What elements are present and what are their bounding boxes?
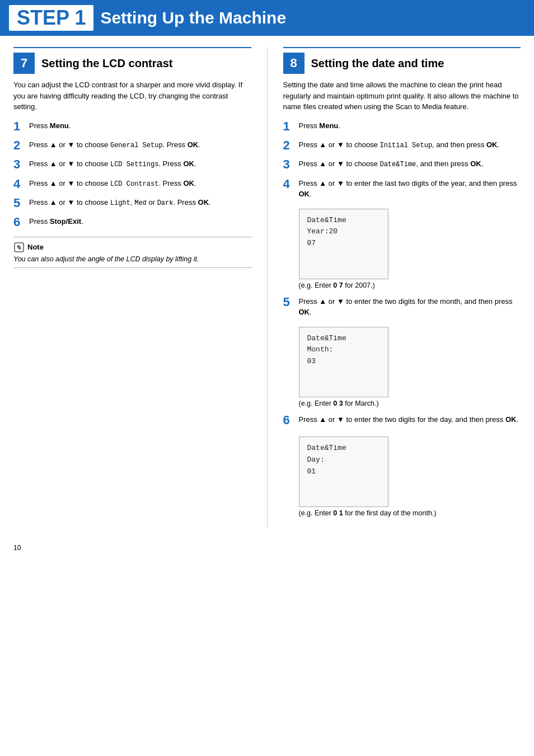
note-icon: ✎ [13,242,25,253]
example-day: (e.g. Enter 0 1 for the first day of the… [299,509,521,517]
step-7-1-num: 1 [13,119,29,134]
step-7-6: 6 Press Stop/Exit. [13,215,251,229]
section-8-desc: Setting the date and time allows the mac… [283,79,521,112]
step-8-6-row: 6 Press ▲ or ▼ to enter the two digits f… [283,413,521,428]
page-header: STEP 1 Setting Up the Machine [0,0,534,36]
step-8-3-text: Press ▲ or ▼ to choose Date&Time, and th… [299,157,484,170]
lcd-year: Date&TimeYear:2007 [299,209,388,279]
step-8-1-text: Press Menu. [299,119,340,132]
step-8-5-text: Press ▲ or ▼ to enter the two digits for… [299,295,521,318]
section-7-number: 7 [13,53,35,74]
section-7-steps: 1 Press Menu. 2 Press ▲ or ▼ to choose G… [13,119,251,230]
page-content: 7 Setting the LCD contrast You can adjus… [0,36,534,539]
section-7-desc: You can adjust the LCD contrast for a sh… [13,79,251,112]
step-8-5: 5 Press ▲ or ▼ to enter the two digits f… [283,295,521,407]
step-8-4: 4 Press ▲ or ▼ to enter the last two dig… [283,177,521,289]
step-7-4-text: Press ▲ or ▼ to choose LCD Contrast. Pre… [29,177,196,189]
step-7-2-num: 2 [13,138,29,153]
step-7-6-num: 6 [13,215,29,229]
step-7-5: 5 Press ▲ or ▼ to choose Light, Med or D… [13,196,251,210]
section-8-header: 8 Setting the date and time [283,53,521,74]
step-8-4-num: 4 [283,177,299,191]
step-7-2: 2 Press ▲ or ▼ to choose General Setup. … [13,138,251,153]
page-number: 10 [0,539,534,556]
step-8-1-num: 1 [283,119,299,134]
example-month: (e.g. Enter 0 3 for March.) [299,400,521,407]
left-column: 7 Setting the LCD contrast You can adjus… [13,47,251,528]
step-8-6: 6 Press ▲ or ▼ to enter the two digits f… [283,413,521,517]
column-divider [267,47,268,528]
note-header: ✎ Note [13,242,251,253]
step-8-6-text: Press ▲ or ▼ to enter the two digits for… [299,413,519,425]
step-8-1: 1 Press Menu. [283,119,521,134]
step-8-5-row: 5 Press ▲ or ▼ to enter the two digits f… [283,295,521,318]
step-8-4-text: Press ▲ or ▼ to enter the last two digit… [299,177,521,200]
step-7-4: 4 Press ▲ or ▼ to choose LCD Contrast. P… [13,177,251,191]
step-label: STEP 1 [9,5,93,31]
step-8-3-num: 3 [283,157,299,172]
step-7-6-text: Press Stop/Exit. [29,215,83,227]
section-7: 7 Setting the LCD contrast You can adjus… [13,47,251,268]
section-8-steps: 1 Press Menu. 2 Press ▲ or ▼ to choose I… [283,119,521,518]
step-7-2-text: Press ▲ or ▼ to choose General Setup. Pr… [29,138,200,151]
step-8-3: 3 Press ▲ or ▼ to choose Date&Time, and … [283,157,521,172]
step-8-4-row: 4 Press ▲ or ▼ to enter the last two dig… [283,177,521,200]
note-label: Note [27,243,44,251]
step-7-3: 3 Press ▲ or ▼ to choose LCD Settings. P… [13,157,251,172]
note-text: You can also adjust the angle of the LCD… [13,255,251,263]
step-8-6-num: 6 [283,413,299,428]
step-7-3-text: Press ▲ or ▼ to choose LCD Settings. Pre… [29,157,196,170]
step-8-2-num: 2 [283,138,299,153]
right-column: 8 Setting the date and time Setting the … [283,47,521,528]
lcd-month: Date&TimeMonth:03 [299,327,388,397]
step-7-5-num: 5 [13,196,29,210]
step-7-3-num: 3 [13,157,29,172]
lcd-day: Date&TimeDay:01 [299,436,388,507]
note-box: ✎ Note You can also adjust the angle of … [13,237,251,268]
step-8-2-text: Press ▲ or ▼ to choose Initial Setup, an… [299,138,500,151]
example-year: (e.g. Enter 0 7 for 2007.) [299,281,521,289]
section-8-number: 8 [283,53,305,74]
section-7-title: Setting the LCD contrast [41,57,172,70]
section-8: 8 Setting the date and time Setting the … [283,47,521,517]
section-8-title: Setting the date and time [311,57,444,70]
step-8-5-num: 5 [283,295,299,309]
page-title: Setting Up the Machine [100,8,286,27]
step-7-5-text: Press ▲ or ▼ to choose Light, Med or Dar… [29,196,211,208]
step-8-2: 2 Press ▲ or ▼ to choose Initial Setup, … [283,138,521,153]
step-7-4-num: 4 [13,177,29,191]
section-7-header: 7 Setting the LCD contrast [13,53,251,74]
step-7-1: 1 Press Menu. [13,119,251,134]
step-7-1-text: Press Menu. [29,119,71,132]
svg-text:✎: ✎ [16,244,21,252]
